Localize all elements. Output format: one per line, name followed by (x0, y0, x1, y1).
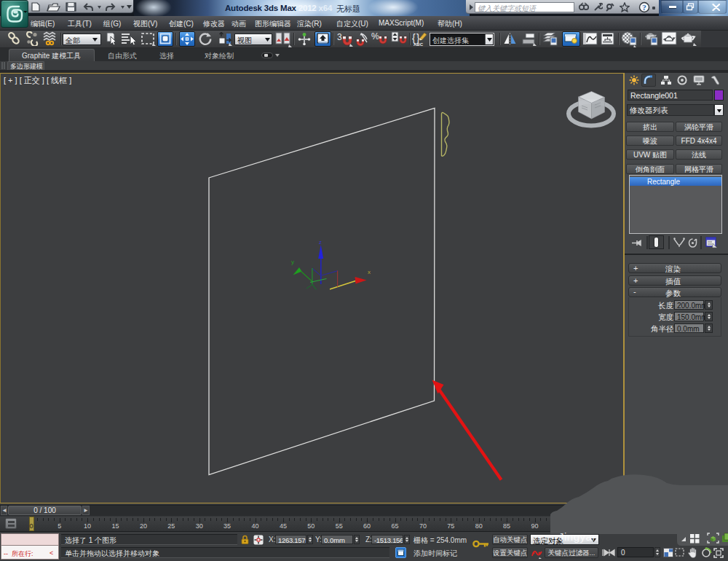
svg-text:?: ? (642, 3, 646, 12)
svg-text:x: x (368, 269, 371, 275)
svg-text:z: z (319, 239, 322, 246)
svg-text:ABC: ABC (414, 42, 424, 47)
svg-text:y: y (291, 259, 294, 265)
